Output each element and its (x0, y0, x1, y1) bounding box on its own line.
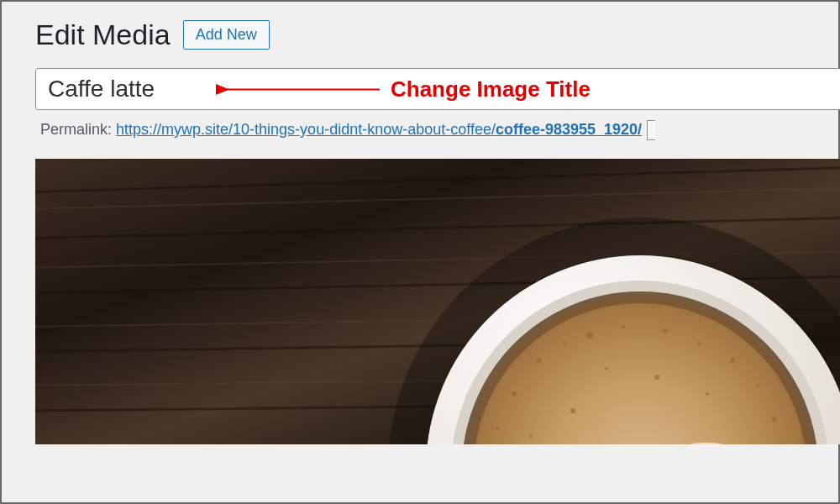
edit-permalink-button[interactable] (647, 120, 655, 140)
svg-point-25 (756, 384, 759, 387)
media-image-preview (35, 159, 840, 444)
svg-point-30 (605, 367, 608, 370)
svg-point-27 (496, 426, 499, 429)
svg-point-19 (563, 342, 566, 345)
svg-point-18 (537, 358, 542, 363)
permalink-row: Permalink: https://mywp.site/10-things-y… (35, 120, 838, 140)
add-new-button[interactable]: Add New (183, 20, 270, 50)
svg-point-22 (663, 328, 668, 333)
page-title: Edit Media (35, 18, 171, 51)
svg-point-33 (570, 408, 575, 413)
svg-point-29 (529, 434, 533, 438)
svg-point-28 (772, 417, 777, 422)
svg-point-32 (706, 392, 709, 396)
permalink-slug: coffee-983955_1920/ (496, 121, 642, 138)
permalink-link[interactable]: https://mywp.site/10-things-you-didnt-kn… (116, 121, 642, 138)
permalink-prefix: https://mywp.site/10-things-you-didnt-kn… (116, 121, 496, 138)
svg-point-26 (512, 391, 517, 396)
header-row: Edit Media Add New (35, 18, 838, 51)
svg-point-20 (586, 332, 593, 339)
svg-point-31 (654, 375, 659, 380)
title-input-wrap: Change Image Title (35, 68, 838, 110)
media-title-input[interactable] (35, 68, 840, 110)
svg-point-23 (697, 342, 701, 345)
svg-point-21 (622, 325, 625, 328)
svg-point-24 (730, 358, 735, 363)
permalink-label: Permalink: (40, 121, 116, 138)
